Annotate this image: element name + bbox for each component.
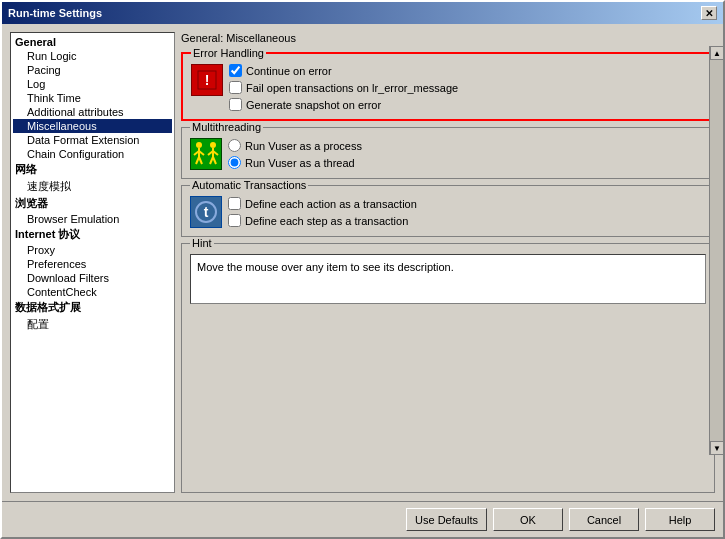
tree-item-speed-simulation[interactable]: 速度模拟 [13, 178, 172, 195]
svg-point-9 [210, 142, 216, 148]
tree-item-config[interactable]: 配置 [13, 316, 172, 333]
hint-group: Hint Move the mouse over any item to see… [181, 243, 715, 493]
tree-item-network[interactable]: 网络 [13, 161, 172, 178]
tree-item-general[interactable]: General [13, 35, 172, 49]
tree-item-content-check[interactable]: ContentCheck [13, 285, 172, 299]
error-icon: ! [191, 64, 223, 96]
tree-item-preferences[interactable]: Preferences [13, 257, 172, 271]
svg-text:!: ! [205, 72, 210, 88]
svg-point-3 [196, 142, 202, 148]
svg-text:t: t [204, 204, 209, 220]
hint-title: Hint [190, 237, 214, 249]
tree-item-think-time[interactable]: Think Time [13, 91, 172, 105]
button-bar: Use Defaults OK Cancel Help [2, 501, 723, 537]
continue-on-error-input[interactable] [229, 64, 242, 77]
tree-panel: GeneralRun LogicPacingLogThink TimeAddit… [10, 32, 175, 493]
transaction-icon: t [190, 196, 222, 228]
run-as-process-input[interactable] [228, 139, 241, 152]
fail-open-input[interactable] [229, 81, 242, 94]
tree-item-run-logic[interactable]: Run Logic [13, 49, 172, 63]
automatic-transactions-group: Automatic Transactions t [181, 185, 715, 237]
continue-on-error-checkbox[interactable]: Continue on error [229, 64, 458, 77]
define-action-checkbox[interactable]: Define each action as a transaction [228, 197, 417, 210]
run-as-thread-input[interactable] [228, 156, 241, 169]
main-panel: General: Miscellaneous Error Handling ! [181, 32, 715, 493]
scroll-up-arrow[interactable]: ▲ [710, 46, 723, 60]
tree-item-data-format-extension[interactable]: Data Format Extension [13, 133, 172, 147]
cancel-button[interactable]: Cancel [569, 508, 639, 531]
define-step-input[interactable] [228, 214, 241, 227]
run-time-settings-window: Run-time Settings ✕ GeneralRun LogicPaci… [0, 0, 725, 539]
tree-item-browser-emulation[interactable]: Browser Emulation [13, 212, 172, 226]
ok-button[interactable]: OK [493, 508, 563, 531]
generate-snapshot-input[interactable] [229, 98, 242, 111]
close-button[interactable]: ✕ [701, 6, 717, 20]
title-bar: Run-time Settings ✕ [2, 2, 723, 24]
tree-item-chain-configuration[interactable]: Chain Configuration [13, 147, 172, 161]
generate-snapshot-checkbox[interactable]: Generate snapshot on error [229, 98, 458, 111]
help-button[interactable]: Help [645, 508, 715, 531]
tree-item-proxy[interactable]: Proxy [13, 243, 172, 257]
use-defaults-button[interactable]: Use Defaults [406, 508, 487, 531]
tree-item-miscellaneous[interactable]: Miscellaneous [13, 119, 172, 133]
error-handling-group: Error Handling ! [181, 52, 715, 121]
run-as-process-radio[interactable]: Run Vuser as a process [228, 139, 362, 152]
tree-item-download-filters[interactable]: Download Filters [13, 271, 172, 285]
multithreading-group: Multithreading [181, 127, 715, 179]
define-action-input[interactable] [228, 197, 241, 210]
tree-item-additional-attributes[interactable]: Additional attributes [13, 105, 172, 119]
tree-item-pacing[interactable]: Pacing [13, 63, 172, 77]
fail-open-checkbox[interactable]: Fail open transactions on lr_error_messa… [229, 81, 458, 94]
auto-transactions-title: Automatic Transactions [190, 179, 308, 191]
scroll-down-arrow[interactable]: ▼ [710, 441, 723, 455]
run-as-thread-radio[interactable]: Run Vuser as a thread [228, 156, 362, 169]
tree-item-data-format-ext2[interactable]: 数据格式扩展 [13, 299, 172, 316]
tree-item-browser[interactable]: 浏览器 [13, 195, 172, 212]
window-title: Run-time Settings [8, 7, 102, 19]
define-step-checkbox[interactable]: Define each step as a transaction [228, 214, 417, 227]
thread-icon [190, 138, 222, 170]
tree-item-internet-protocol[interactable]: Internet 协议 [13, 226, 172, 243]
tree-item-log[interactable]: Log [13, 77, 172, 91]
multithreading-title: Multithreading [190, 121, 263, 133]
section-title: General: Miscellaneous [181, 32, 715, 44]
outer-scrollbar: ▲ ▼ [709, 46, 723, 455]
scroll-track [710, 60, 723, 441]
hint-text: Move the mouse over any item to see its … [190, 254, 706, 304]
error-handling-title: Error Handling [191, 47, 266, 59]
